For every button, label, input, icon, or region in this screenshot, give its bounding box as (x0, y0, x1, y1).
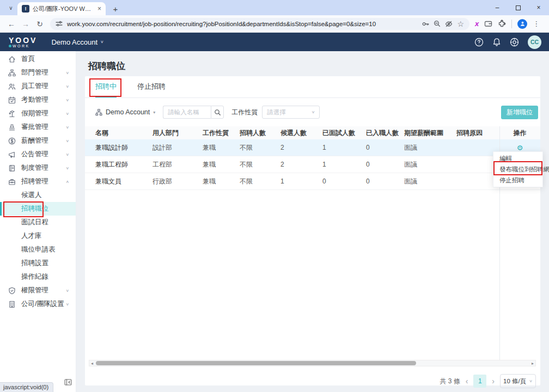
col-interviewed: 已面試人數 (322, 128, 366, 138)
col-candidates: 候選人數 (280, 128, 322, 138)
forward-button[interactable]: → (19, 20, 33, 28)
chevron-down-icon: ∨ (65, 289, 69, 293)
prev-page-icon[interactable]: ‹ (466, 377, 468, 385)
add-position-button[interactable]: 新增職位 (501, 106, 538, 119)
brand-text-bottom: WORK (13, 44, 30, 48)
sidebar-item-recruitment-settings[interactable]: 招聘設置 (0, 256, 76, 270)
window-minimize-button[interactable]: – (487, 0, 508, 15)
cell-salary: 面議 (404, 160, 456, 169)
main-content: 招聘職位 招聘中 停止招聘 Demo Account ▾ 工作性質 請選擇 ∨ (77, 51, 549, 392)
row-settings-gear-icon[interactable]: ⚙ (499, 144, 540, 152)
table-row[interactable]: 兼職設計師 設計部 兼職 不限 2 1 0 面議 ⚙ (85, 139, 540, 156)
tab-recruiting[interactable]: 招聘中 (95, 76, 117, 97)
cell-job-type: 兼職 (203, 177, 240, 186)
row-context-menu: 編輯 發布職位到招聘網站 停止招聘 (493, 151, 543, 187)
table-row[interactable]: 兼職工程師 工程部 兼職 不限 2 1 0 面議 (85, 156, 540, 173)
table-row[interactable]: 兼職文員 行政部 兼職 不限 1 0 0 面議 (85, 173, 540, 190)
menu-item-edit[interactable]: 編輯 (493, 153, 542, 164)
menu-item-stop-recruiting[interactable]: 停止招聘 (493, 175, 542, 186)
sidebar-item-recruitment[interactable]: 招聘管理 ∧ (0, 175, 76, 188)
scroll-right-icon[interactable]: ▸ (530, 361, 535, 366)
sidebar-item-label: 操作紀錄 (21, 272, 48, 281)
sidebar-item-job-positions[interactable]: 招聘職位 (0, 202, 76, 216)
search-input[interactable] (163, 106, 211, 119)
help-icon[interactable] (474, 38, 484, 47)
book-icon (8, 164, 16, 172)
brand-text-top: YOOV (9, 36, 37, 44)
back-button[interactable]: ← (4, 20, 19, 28)
sidebar-item-label: 權限管理 (21, 286, 48, 295)
sidebar-item-operation-log[interactable]: 操作紀錄 (0, 270, 76, 284)
filter-row: Demo Account ▾ 工作性質 請選擇 ∨ 新增職位 (85, 98, 540, 126)
sidebar-item-home[interactable]: 首頁 (0, 52, 76, 66)
user-avatar[interactable]: CC (528, 35, 541, 49)
sidebar-item-company-settings[interactable]: 公司/團隊設置 ∨ (0, 297, 76, 311)
new-tab-button[interactable]: + (109, 2, 122, 15)
window-maximize-button[interactable] (508, 0, 528, 15)
password-key-icon[interactable] (422, 20, 429, 28)
cell-department: 工程部 (152, 160, 203, 169)
workspace-grid-icon[interactable] (510, 38, 519, 47)
chevron-up-icon: ∧ (65, 180, 69, 184)
sidebar-item-employees[interactable]: 員工管理 ∨ (0, 79, 76, 93)
tab-title: 公司/團隊-YOOV WORK 企業… (33, 5, 94, 13)
x-extension-icon[interactable]: x (475, 20, 479, 28)
site-settings-icon[interactable] (56, 20, 63, 27)
next-page-icon[interactable]: › (492, 377, 495, 385)
page-size-value: 10 條/頁 (503, 377, 526, 385)
menu-item-publish-to-job-sites[interactable]: 發布職位到招聘網站 (493, 164, 542, 175)
tab-close-icon[interactable]: × (97, 5, 101, 13)
chevron-down-icon: ∨ (529, 379, 533, 383)
extensions-puzzle-icon[interactable] (498, 20, 506, 28)
sidebar-item-permissions[interactable]: 權限管理 ∨ (0, 284, 76, 297)
notifications-bell-icon[interactable] (492, 38, 501, 47)
horizontal-scrollbar[interactable]: ◂ ▸ (89, 360, 536, 366)
url-text[interactable]: work.yoov.com/recruitment/job-position/r… (67, 21, 417, 27)
sidebar-item-label: 招聘職位 (21, 204, 48, 213)
sidebar-item-payroll[interactable]: 薪酬管理 ∨ (0, 134, 76, 148)
sidebar-item-candidates[interactable]: 候選人 (0, 188, 76, 202)
sidebar-item-departments[interactable]: 部門管理 ∨ (0, 66, 76, 79)
bookmark-star-icon[interactable]: ☆ (457, 20, 464, 28)
stamp-icon (8, 124, 16, 131)
sidebar-item-talent-pool[interactable]: 人才庫 (0, 229, 76, 243)
window-controls: – × (487, 0, 549, 15)
sidebar-collapse-icon[interactable] (64, 378, 72, 388)
page-size-select[interactable]: 10 條/頁 ∨ (500, 374, 536, 388)
sidebar-item-label: 候選人 (21, 191, 42, 200)
sidebar-item-interview-schedule[interactable]: 面試日程 (0, 216, 76, 229)
sidebar-item-attendance[interactable]: 考勤管理 ∨ (0, 93, 76, 107)
tab-stopped[interactable]: 停止招聘 (137, 76, 166, 97)
content-card: 招聘中 停止招聘 Demo Account ▾ 工作性質 請選擇 ∨ 新增職位 (85, 76, 540, 385)
tab-search-chevron-icon[interactable]: ∨ (4, 2, 17, 13)
cell-candidates: 2 (280, 144, 322, 151)
eye-hidden-icon[interactable] (445, 20, 453, 28)
scrollbar-thumb[interactable] (96, 361, 416, 365)
sidebar-item-leave[interactable]: 假期管理 ∨ (0, 107, 76, 120)
browser-tab[interactable]: ! 公司/團隊-YOOV WORK 企業… × (17, 2, 106, 15)
job-type-select[interactable]: 請選擇 ∨ (262, 106, 320, 119)
sidebar-item-label: 薪酬管理 (21, 136, 48, 145)
cell-candidates: 2 (280, 161, 322, 168)
scroll-left-icon[interactable]: ◂ (89, 361, 95, 366)
reload-button[interactable]: ↻ (33, 20, 47, 28)
page-number-button[interactable]: 1 (473, 375, 486, 388)
window-close-button[interactable]: × (528, 0, 549, 15)
yoov-work-logo[interactable]: YOOV WORK (9, 36, 37, 48)
sidebar-item-announcements[interactable]: 公告管理 ∨ (0, 148, 76, 161)
department-filter[interactable]: Demo Account ▾ (95, 108, 155, 116)
account-name: Demo Account (51, 38, 97, 46)
address-bar[interactable]: work.yoov.com/recruitment/job-position/r… (50, 18, 469, 30)
sidebar-item-application-form[interactable]: 職位申請表 (0, 243, 76, 256)
sidebar-item-policies[interactable]: 制度管理 ∨ (0, 161, 76, 175)
account-switcher[interactable]: Demo Account ∨ (51, 38, 103, 46)
sidebar-item-approvals[interactable]: 審批管理 ∨ (0, 120, 76, 134)
app-topbar: YOOV WORK Demo Account ∨ CC (0, 33, 549, 51)
sidebar-item-label: 公告管理 (21, 150, 48, 159)
browser-menu-icon[interactable]: ⋮ (533, 20, 540, 28)
org-chart-icon (8, 69, 16, 77)
wallet-extension-icon[interactable] (484, 20, 492, 28)
search-button[interactable] (211, 106, 224, 119)
browser-profile-avatar[interactable] (517, 19, 527, 29)
zoom-out-icon[interactable] (434, 20, 441, 27)
